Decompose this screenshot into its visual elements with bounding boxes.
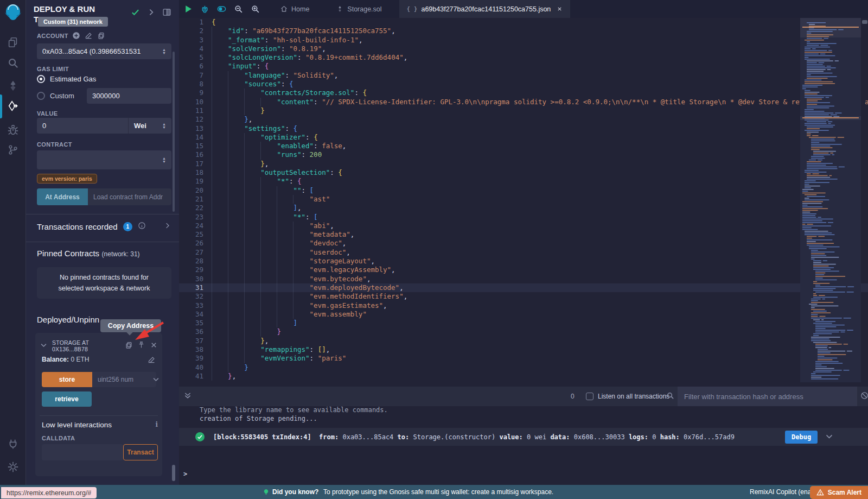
code-line[interactable]: 26 "devdoc", — [179, 239, 868, 248]
code-line[interactable]: 1{ — [179, 18, 868, 27]
code-line[interactable]: 4 "solcVersion": "0.8.19", — [179, 45, 868, 53]
tab-build-info-json[interactable]: { } a69b43f277ba20fcac141151250ca755.jso… — [399, 0, 571, 18]
info-icon[interactable]: i — [155, 421, 158, 429]
pin-panel-icon[interactable] — [162, 8, 171, 17]
code-line[interactable]: 3 "_format": "hh-sol-build-info-1", — [179, 36, 868, 45]
chevron-right-icon[interactable] — [146, 8, 156, 17]
tab-storage-sol[interactable]: Storage.sol — [329, 0, 389, 18]
code-line[interactable]: 38 "remappings": [], — [179, 345, 868, 354]
code-line[interactable]: 33 "evm.gasEstimates", — [179, 301, 868, 310]
edit-account-icon[interactable] — [85, 31, 93, 42]
code-line[interactable]: 14 "optimizer": { — [179, 133, 868, 142]
custom-gas-input[interactable]: 3000000 — [87, 88, 171, 104]
code-line[interactable]: 25 "metadata", — [179, 230, 868, 239]
terminal[interactable]: Type the library name to see available c… — [179, 406, 868, 485]
code-line[interactable]: 37 }, — [179, 337, 868, 345]
copilot-toggle-icon[interactable] — [217, 4, 226, 14]
store-button[interactable]: store — [42, 372, 92, 387]
code-line[interactable]: 16 "runs": 200 — [179, 150, 868, 159]
copy-account-icon[interactable] — [97, 31, 105, 42]
code-line[interactable]: 34 "evm.assembly" — [179, 310, 868, 319]
code-line[interactable]: 22 ], — [179, 204, 868, 212]
code-line[interactable]: 2 "id": "a69b43f277ba20fcac141151250ca75… — [179, 27, 868, 35]
code-line[interactable]: 5 "solcLongVersion": "0.8.19+commit.7dd6… — [179, 53, 868, 62]
collapse-terminal-icon[interactable] — [183, 391, 192, 402]
zoom-in-icon[interactable] — [251, 4, 260, 14]
code-line[interactable]: 24 "abi", — [179, 222, 868, 230]
value-unit-select[interactable]: Wei ▲▼ — [128, 118, 171, 134]
file-explorer-icon[interactable] — [0, 33, 26, 52]
code-line[interactable]: 7 "language": "Solidity", — [179, 71, 868, 80]
search-icon[interactable] — [0, 53, 26, 73]
expand-store-icon[interactable] — [152, 375, 160, 386]
code-line[interactable]: 29 "evm.legacyAssembly", — [179, 266, 868, 274]
minimap[interactable] — [800, 18, 861, 382]
calldata-input[interactable] — [42, 444, 123, 460]
code-line[interactable]: 18 "outputSelection": { — [179, 168, 868, 177]
stepper-icon[interactable]: ▲▼ — [162, 123, 166, 129]
contract-instance-title[interactable]: STORAGE AT 0X136...8B78 — [52, 339, 120, 352]
expand-tx-icon[interactable] — [825, 432, 834, 443]
search-icon[interactable] — [666, 391, 674, 402]
deploy-run-icon[interactable] — [0, 97, 26, 116]
stepper-icon[interactable]: ▲▼ — [162, 157, 166, 163]
edit-balance-icon[interactable] — [148, 356, 156, 365]
account-select[interactable]: 0xA03...85ac4 (0.39866531531 ▲▼ — [37, 43, 171, 59]
code-line[interactable]: 23 "*": [ — [179, 213, 868, 222]
debug-button[interactable]: Debug — [785, 431, 818, 444]
code-line[interactable]: 39 "evmVersion": "paris" — [179, 354, 868, 363]
terminal-prompt[interactable]: > — [183, 470, 187, 478]
code-line[interactable]: 19 "*": { — [179, 177, 868, 186]
code-line[interactable]: 40 } — [179, 363, 868, 372]
code-line[interactable]: 20 "": [ — [179, 186, 868, 195]
transaction-log-row[interactable]: [block:5583405 txIndex:4] from: 0xa03...… — [179, 428, 868, 446]
code-line[interactable]: 41 }, — [179, 372, 868, 381]
code-line[interactable]: 35 ] — [179, 319, 868, 327]
debugger-icon[interactable] — [0, 121, 26, 140]
code-line[interactable]: 32 "evm.methodIdentifiers", — [179, 292, 868, 301]
code-line[interactable]: 13 "settings": { — [179, 124, 868, 133]
store-arg-input[interactable]: uint256 num — [92, 372, 156, 387]
transact-button[interactable]: Transact — [123, 444, 158, 460]
at-address-button[interactable]: At Address — [37, 188, 88, 205]
solidity-compiler-icon[interactable] — [0, 76, 26, 96]
code-line[interactable]: 17 }, — [179, 160, 868, 168]
tab-home[interactable]: Home — [273, 0, 317, 18]
code-editor[interactable]: 1{2 "id": "a69b43f277ba20fcac141151250ca… — [179, 18, 868, 387]
scam-alert-button[interactable]: Scam Alert — [810, 486, 868, 499]
code-line[interactable]: 36 } — [179, 327, 868, 336]
contract-select[interactable]: ▲▼ — [37, 150, 171, 169]
plugin-manager-icon[interactable] — [0, 434, 26, 454]
add-account-icon[interactable] — [72, 31, 80, 42]
remix-logo[interactable] — [3, 2, 23, 23]
settings-gear-icon[interactable] — [0, 457, 26, 477]
code-line[interactable]: 6 "input": { — [179, 62, 868, 71]
panel-scrollbar-thumb[interactable] — [172, 465, 175, 481]
retrieve-button[interactable]: retrieve — [42, 391, 92, 407]
panel-scrollbar[interactable] — [173, 52, 175, 212]
code-line[interactable]: 28 "storageLayout", — [179, 257, 868, 266]
estimated-gas-radio[interactable] — [37, 75, 45, 83]
close-tab-icon[interactable] — [557, 6, 563, 12]
code-line[interactable]: 9 "contracts/Storage.sol": { — [179, 89, 868, 97]
remixai-robot-icon[interactable] — [200, 4, 209, 14]
listen-checkbox[interactable] — [586, 393, 593, 400]
stepper-icon[interactable]: ▲▼ — [162, 48, 166, 55]
code-line[interactable]: 21 "ast" — [179, 195, 868, 204]
chevron-down-icon[interactable] — [40, 341, 48, 351]
value-input[interactable]: 0 — [37, 118, 128, 134]
code-line[interactable]: 8 "sources": { — [179, 80, 868, 89]
editor-scrollbar-thumb[interactable] — [862, 20, 867, 24]
filter-input[interactable]: Filter with transaction hash or address — [678, 387, 857, 406]
code-line[interactable]: 31 "evm.deployedBytecode", — [179, 283, 868, 292]
load-contract-input[interactable]: Load contract from Addr — [88, 188, 171, 205]
info-icon[interactable] — [138, 222, 146, 232]
code-line[interactable]: 30 "evm.bytecode", — [179, 275, 868, 283]
clear-console-icon[interactable] — [860, 391, 868, 402]
custom-gas-radio[interactable] — [37, 92, 45, 100]
zoom-out-icon[interactable] — [234, 4, 243, 14]
chevron-right-icon[interactable] — [163, 222, 171, 232]
code-line[interactable]: 27 "userdoc", — [179, 248, 868, 257]
git-branch-icon[interactable] — [0, 140, 26, 160]
code-line[interactable]: 10 "content": "// SPDX-License-Identifie… — [179, 98, 868, 106]
